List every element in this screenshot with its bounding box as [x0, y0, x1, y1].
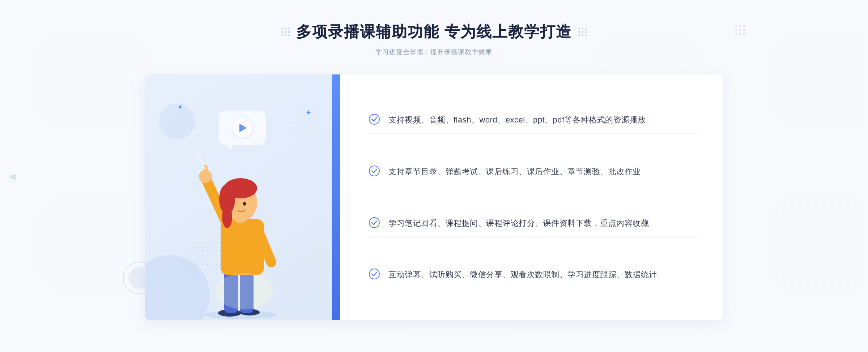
svg-point-14 — [222, 206, 232, 228]
left-nav-arrow[interactable]: « — [11, 171, 17, 181]
svg-point-18 — [369, 166, 379, 176]
features-area: 支持视频、音频、flash、word、excel、ppt、pdf等各种格式的资源… — [340, 74, 723, 320]
feature-text-3: 学习笔记回看、课程提问、课程评论打分、课件资料下载，重点内容收藏 — [388, 216, 649, 230]
dot-pattern-light — [289, 103, 318, 132]
title-deco-left — [281, 28, 290, 36]
sparkle-icon-1: ✦ — [177, 103, 183, 111]
blue-accent-bar — [332, 74, 340, 320]
page-container: 多项录播课辅助功能 专为线上教学打造 学习进度全掌握，提升录播课教学效果 — [0, 0, 868, 352]
check-icon-4 — [369, 269, 380, 279]
illustration-area: ✦ ✦ — [145, 74, 340, 320]
svg-point-16 — [215, 273, 273, 309]
header-section: 多项录播课辅助功能 专为线上教学打造 学习进度全掌握，提升录播课教学效果 — [281, 22, 587, 56]
page-title: 多项录播课辅助功能 专为线上教学打造 — [296, 22, 572, 42]
svg-point-19 — [369, 218, 379, 228]
content-card: ✦ ✦ — [145, 74, 723, 320]
svg-rect-9 — [203, 165, 208, 179]
feature-item-3: 学习笔记回看、课程提问、课程评论打分、课件资料下载，重点内容收藏 — [369, 210, 698, 237]
play-triangle-icon — [239, 124, 247, 132]
feature-text-2: 支持章节目录、弹题考试、课后练习、课后作业、章节测验、批改作业 — [388, 165, 641, 178]
check-icon-3 — [369, 217, 380, 228]
feature-item-1: 支持视频、音频、flash、word、excel、ppt、pdf等各种格式的资源… — [369, 107, 698, 133]
svg-point-20 — [369, 269, 379, 279]
svg-point-15 — [243, 202, 246, 206]
feature-item-4: 互动弹幕、试听购买、微信分享、观看次数限制、学习进度跟踪、数据统计 — [369, 261, 698, 288]
page-subtitle: 学习进度全掌握，提升录播课教学效果 — [281, 48, 587, 56]
top-right-decoration — [735, 25, 745, 37]
check-icon-1 — [369, 114, 380, 125]
feature-text-1: 支持视频、音频、flash、word、excel、ppt、pdf等各种格式的资源… — [388, 113, 646, 126]
feature-text-4: 互动弹幕、试听购买、微信分享、观看次数限制、学习进度跟踪、数据统计 — [388, 268, 657, 281]
svg-point-17 — [369, 114, 379, 124]
feature-item-2: 支持章节目录、弹题考试、课后练习、课后作业、章节测验、批改作业 — [369, 158, 698, 185]
title-row: 多项录播课辅助功能 专为线上教学打造 — [281, 22, 587, 42]
title-deco-right — [578, 28, 587, 36]
sparkle-icon-2: ✦ — [306, 109, 311, 117]
figure-illustration — [174, 132, 311, 320]
check-icon-2 — [369, 166, 380, 176]
